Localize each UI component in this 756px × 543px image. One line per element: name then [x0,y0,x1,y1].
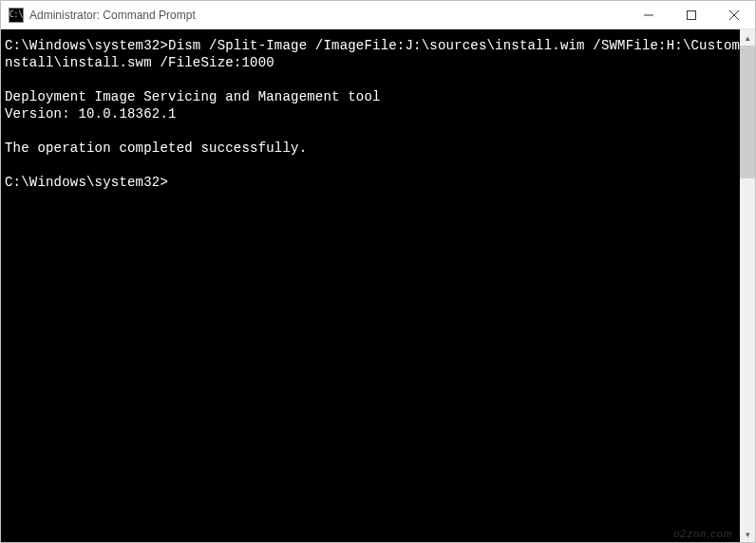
output-line-2: Version: 10.0.18362.1 [5,106,177,122]
blank-line [5,122,751,140]
maximize-icon [687,10,696,20]
scroll-up-arrow-icon[interactable]: ▴ [740,29,755,46]
cmd-icon: C:\ [9,8,24,23]
scroll-down-arrow-icon[interactable]: ▾ [740,526,755,542]
svg-rect-1 [687,10,695,19]
cmd-icon-text: C:\ [9,10,23,19]
scroll-thumb[interactable] [740,46,755,178]
blank-line [5,71,751,88]
output-line-1: Deployment Image Servicing and Managemen… [5,89,381,104]
command-prompt-window: C:\ Administrator: Command Prompt C:\Win… [0,0,756,543]
close-button[interactable] [712,1,755,28]
window-controls [627,1,755,28]
prompt-1: C:\Windows\system32> [5,38,168,53]
maximize-button[interactable] [670,1,712,28]
vertical-scrollbar[interactable]: ▴ ▾ [740,29,755,542]
scroll-track[interactable] [740,46,755,526]
window-title: Administrator: Command Prompt [29,9,627,22]
minimize-icon [644,10,653,20]
close-icon [729,10,739,20]
minimize-button[interactable] [627,1,670,28]
titlebar[interactable]: C:\ Administrator: Command Prompt [1,1,755,29]
output-line-3: The operation completed successfully. [5,140,307,156]
prompt-2: C:\Windows\system32> [5,175,168,190]
blank-line [5,157,751,174]
terminal-output[interactable]: C:\Windows\system32>Dism /Split-Image /I… [1,29,755,542]
